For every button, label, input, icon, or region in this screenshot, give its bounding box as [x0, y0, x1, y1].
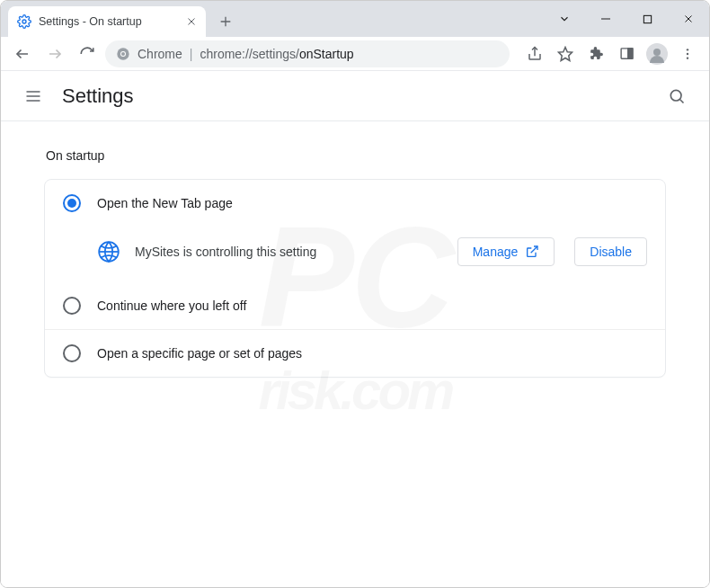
extensions-icon[interactable]: [581, 40, 610, 68]
bookmark-star-icon[interactable]: [551, 40, 580, 68]
option-label: Open a specific page or set of pages: [97, 346, 302, 361]
section-title: On startup: [46, 148, 666, 163]
option-specific-pages[interactable]: Open a specific page or set of pages: [45, 329, 665, 377]
option-continue[interactable]: Continue where you left off: [45, 282, 665, 329]
close-tab-icon[interactable]: [186, 16, 197, 27]
window-controls: [544, 1, 709, 37]
option-label: Open the New Tab page: [97, 196, 233, 210]
search-icon[interactable]: [661, 80, 693, 112]
hamburger-menu-icon[interactable]: [17, 80, 49, 112]
tab-title: Settings - On startup: [39, 15, 142, 28]
svg-point-19: [687, 49, 688, 50]
extension-message: MySites is controlling this setting: [135, 245, 316, 259]
radio-unselected[interactable]: [63, 297, 81, 315]
new-tab-button[interactable]: [213, 9, 238, 34]
url-separator: |: [190, 47, 193, 61]
browser-toolbar: Chrome | chrome://settings/onStartup: [1, 37, 709, 71]
gear-icon: [17, 14, 31, 29]
url-path-dark: onStartup: [299, 47, 354, 61]
globe-icon: [95, 238, 122, 265]
svg-rect-18: [627, 49, 632, 58]
tab-search-icon[interactable]: [544, 1, 585, 37]
svg-point-20: [687, 52, 688, 54]
kebab-menu-icon[interactable]: [673, 40, 702, 68]
open-in-new-icon: [525, 245, 539, 259]
chrome-logo-icon: [116, 47, 130, 61]
svg-point-25: [670, 90, 681, 101]
toolbar-right-icons: [520, 40, 702, 68]
svg-marker-15: [559, 47, 572, 60]
startup-options-card: Open the New Tab page MySites is control…: [44, 179, 666, 378]
option-new-tab[interactable]: Open the New Tab page: [45, 180, 665, 227]
settings-header: Settings: [1, 71, 709, 121]
svg-point-13: [121, 52, 125, 56]
page-title: Settings: [62, 85, 661, 108]
extension-controlling-row: MySites is controlling this setting Mana…: [45, 227, 665, 282]
minimize-button[interactable]: [585, 1, 626, 37]
close-window-button[interactable]: [668, 1, 709, 37]
url-path-gray: chrome://settings/: [200, 47, 299, 61]
url-scheme: Chrome: [138, 47, 182, 61]
window-titlebar: Settings - On startup: [1, 1, 709, 37]
settings-page: Settings On startup Open the New Tab pag…: [1, 71, 709, 588]
side-panel-icon[interactable]: [612, 40, 641, 68]
maximize-button[interactable]: [626, 1, 668, 37]
svg-line-26: [680, 99, 684, 102]
manage-button[interactable]: Manage: [457, 237, 555, 266]
settings-content: On startup Open the New Tab page MySites…: [1, 121, 709, 399]
option-label: Continue where you left off: [97, 298, 246, 313]
back-button[interactable]: [8, 40, 37, 68]
address-bar[interactable]: Chrome | chrome://settings/onStartup: [105, 40, 510, 67]
svg-point-0: [22, 20, 26, 23]
disable-button-label: Disable: [590, 245, 632, 259]
radio-unselected[interactable]: [63, 344, 81, 362]
manage-button-label: Manage: [473, 245, 519, 259]
radio-selected[interactable]: [63, 194, 81, 212]
svg-rect-6: [643, 15, 651, 22]
reload-button[interactable]: [73, 40, 102, 68]
browser-tab[interactable]: Settings - On startup: [8, 6, 206, 37]
svg-point-21: [687, 57, 688, 58]
share-icon[interactable]: [520, 40, 549, 68]
disable-button[interactable]: Disable: [574, 237, 647, 266]
profile-avatar[interactable]: [643, 40, 671, 68]
forward-button[interactable]: [40, 40, 69, 68]
svg-line-29: [531, 246, 537, 253]
